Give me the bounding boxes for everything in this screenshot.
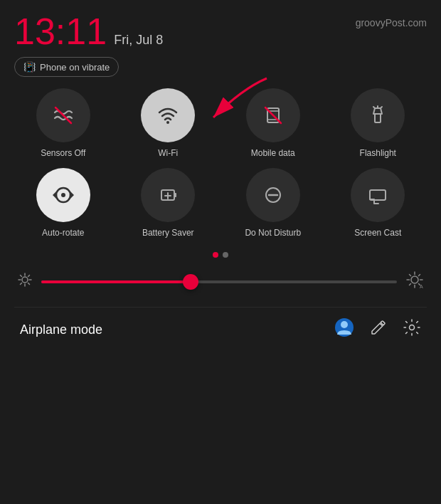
svg-marker-12	[53, 191, 56, 199]
quick-tiles-row2: Auto-rotate Battery Saver Do Not Dis	[14, 168, 427, 238]
svg-rect-16	[174, 193, 176, 197]
dot-2	[223, 252, 228, 258]
brightness-row: A	[14, 271, 427, 293]
battery-saver-label: Battery Saver	[142, 228, 194, 238]
svg-line-27	[21, 275, 22, 277]
tile-flashlight[interactable]: Flashlight	[329, 88, 427, 158]
svg-point-14	[61, 193, 65, 197]
svg-line-36	[410, 275, 411, 276]
edit-icon[interactable]	[370, 319, 387, 340]
vibrate-label: Phone on vibrate	[40, 62, 110, 73]
svg-point-2	[166, 121, 169, 124]
tile-wifi[interactable]: Wi-Fi	[119, 88, 218, 158]
sensors-off-button[interactable]	[36, 88, 90, 142]
airplane-mode-label: Airplane mode	[20, 322, 102, 337]
tile-mobile-data[interactable]: Mobile data	[224, 88, 322, 158]
watermark: groovyPost.com	[356, 17, 427, 28]
mobile-data-button[interactable]	[246, 88, 300, 142]
sensors-off-label: Sensors Off	[41, 148, 85, 158]
auto-rotate-label: Auto-rotate	[42, 228, 84, 238]
bottom-bar: Airplane mode	[14, 307, 427, 342]
bottom-icons	[334, 317, 421, 342]
svg-line-10	[373, 107, 375, 108]
wifi-label: Wi-Fi	[158, 148, 178, 158]
screen-cast-button[interactable]	[351, 168, 405, 222]
quick-tiles-row1: Sensors Off Wi-Fi	[14, 88, 427, 158]
brightness-low-icon	[17, 272, 33, 291]
settings-icon[interactable]	[403, 318, 421, 341]
vibrate-icon: 📳	[23, 61, 36, 73]
svg-line-28	[28, 283, 30, 285]
svg-rect-8	[375, 114, 381, 122]
wifi-button[interactable]	[141, 88, 195, 142]
svg-line-38	[419, 275, 420, 276]
time-block: 13:11 Fri, Jul 8	[14, 13, 163, 50]
svg-marker-13	[70, 191, 74, 199]
mobile-data-label: Mobile data	[251, 148, 295, 158]
header: 13:11 Fri, Jul 8 groovyPost.com	[14, 13, 427, 50]
svg-marker-7	[373, 108, 382, 114]
user-avatar-icon[interactable]	[334, 317, 354, 342]
auto-rotate-button[interactable]	[36, 168, 90, 222]
svg-line-39	[410, 284, 411, 285]
svg-text:A: A	[420, 284, 423, 289]
brightness-slider-fill	[41, 280, 191, 283]
tile-auto-rotate[interactable]: Auto-rotate	[14, 168, 112, 238]
svg-rect-21	[370, 190, 386, 200]
tile-do-not-disturb[interactable]: Do Not Disturb	[224, 168, 322, 238]
tile-screen-cast[interactable]: Screen Cast	[329, 168, 427, 238]
tile-battery-saver[interactable]: Battery Saver	[119, 168, 218, 238]
svg-line-29	[28, 275, 30, 277]
svg-point-43	[410, 325, 415, 330]
tile-sensors-off[interactable]: Sensors Off	[14, 88, 112, 158]
svg-line-11	[381, 107, 382, 108]
do-not-disturb-label: Do Not Disturb	[245, 228, 301, 238]
do-not-disturb-button[interactable]	[246, 168, 300, 222]
svg-point-22	[22, 277, 28, 283]
flashlight-button[interactable]	[351, 88, 405, 142]
svg-line-30	[21, 283, 22, 285]
brightness-high-icon: A	[405, 271, 424, 293]
svg-line-1	[55, 107, 71, 123]
pagination-dots	[14, 252, 427, 258]
svg-point-31	[411, 276, 418, 283]
screen-cast-label: Screen Cast	[354, 228, 401, 238]
flashlight-label: Flashlight	[360, 148, 396, 158]
battery-saver-button[interactable]	[141, 168, 195, 222]
clock-time: 13:11	[14, 13, 107, 50]
screen: 13:11 Fri, Jul 8 groovyPost.com 📳 Phone …	[0, 0, 441, 504]
svg-point-42	[341, 321, 348, 328]
date-display: Fri, Jul 8	[114, 33, 163, 48]
brightness-slider-thumb[interactable]	[183, 274, 198, 290]
dot-1	[213, 252, 218, 258]
brightness-slider-track[interactable]	[41, 280, 397, 283]
vibrate-badge[interactable]: 📳 Phone on vibrate	[14, 57, 119, 77]
